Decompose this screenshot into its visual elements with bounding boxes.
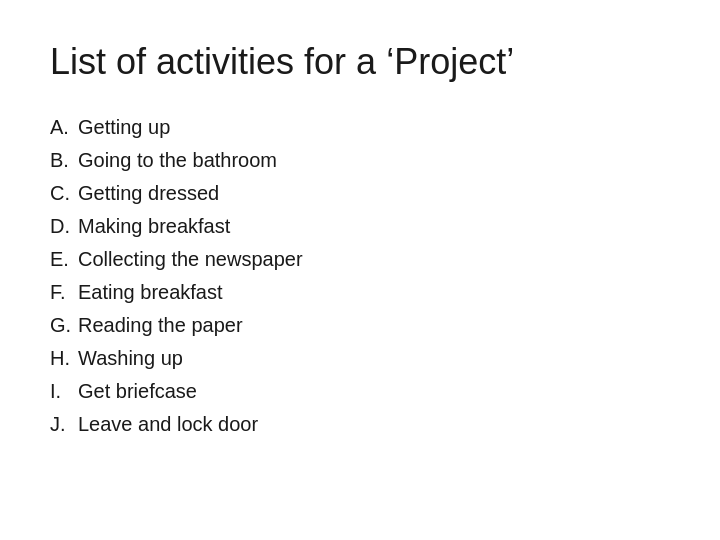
- activity-text: Get briefcase: [78, 380, 197, 402]
- activity-text: Getting up: [78, 116, 170, 138]
- list-item: B.Going to the bathroom: [50, 144, 670, 177]
- activity-text: Making breakfast: [78, 215, 230, 237]
- activity-text: Eating breakfast: [78, 281, 223, 303]
- list-item: J.Leave and lock door: [50, 408, 670, 441]
- list-item: E.Collecting the newspaper: [50, 243, 670, 276]
- activity-label: A.: [50, 111, 78, 144]
- activity-label: G.: [50, 309, 78, 342]
- activity-label: H.: [50, 342, 78, 375]
- activity-label: B.: [50, 144, 78, 177]
- activity-text: Washing up: [78, 347, 183, 369]
- list-item: C.Getting dressed: [50, 177, 670, 210]
- activity-label: E.: [50, 243, 78, 276]
- list-item: D.Making breakfast: [50, 210, 670, 243]
- activity-label: F.: [50, 276, 78, 309]
- page-title: List of activities for a ‘Project’: [50, 40, 670, 83]
- activity-text: Going to the bathroom: [78, 149, 277, 171]
- activity-label: C.: [50, 177, 78, 210]
- activity-text: Reading the paper: [78, 314, 243, 336]
- list-item: I.Get briefcase: [50, 375, 670, 408]
- activity-text: Getting dressed: [78, 182, 219, 204]
- activity-list: A.Getting upB.Going to the bathroomC.Get…: [50, 111, 670, 441]
- list-item: A.Getting up: [50, 111, 670, 144]
- list-item: H.Washing up: [50, 342, 670, 375]
- list-item: F.Eating breakfast: [50, 276, 670, 309]
- list-item: G.Reading the paper: [50, 309, 670, 342]
- activity-label: D.: [50, 210, 78, 243]
- activity-label: J.: [50, 408, 78, 441]
- activity-text: Leave and lock door: [78, 413, 258, 435]
- page: List of activities for a ‘Project’ A.Get…: [0, 0, 720, 540]
- activity-label: I.: [50, 375, 78, 408]
- activity-text: Collecting the newspaper: [78, 248, 303, 270]
